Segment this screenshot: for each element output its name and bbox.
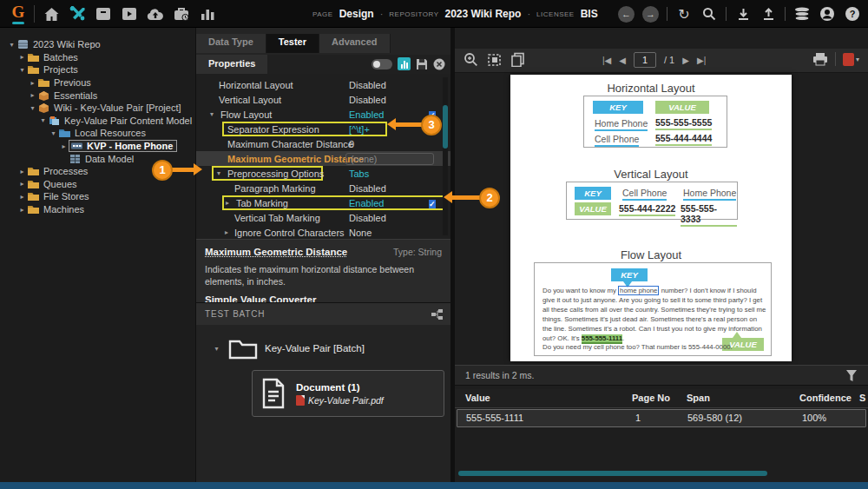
back-icon[interactable]: ← [618, 6, 635, 23]
property-row[interactable]: Paragraph Marking Disabled [196, 181, 450, 195]
cloud-upload-icon[interactable] [146, 4, 165, 23]
print-icon[interactable] [812, 52, 828, 66]
batches-icon[interactable] [94, 4, 113, 23]
refresh-icon[interactable]: ↻ [675, 5, 693, 23]
tree-item-previous[interactable]: ▸ Previous [0, 76, 195, 89]
checkbox-checked[interactable]: ✓ [429, 200, 436, 208]
folder-icon [27, 64, 40, 75]
help-icon[interactable]: ? [844, 5, 861, 23]
expander-icon[interactable]: ▸ [28, 79, 37, 87]
property-row[interactable]: ▾ Flow Layout Enabled ✓ [196, 107, 450, 122]
tree-item-batches[interactable]: ▸ Batches [0, 51, 195, 64]
description-title: Maximum Geometric Distance [205, 247, 347, 257]
callout-2: 2 [479, 188, 500, 208]
licensee-value[interactable]: BIS [581, 8, 598, 20]
scrollbar-thumb[interactable] [443, 105, 448, 149]
tree-item-essentials[interactable]: ▸ Essentials [0, 89, 195, 102]
property-row[interactable]: Vertical Tab Marking Disabled [196, 210, 450, 225]
doc-section-title: Horizontal Layout [510, 82, 792, 95]
expander-icon[interactable]: ▸ [17, 53, 27, 61]
expander-icon[interactable]: ▾ [7, 41, 16, 49]
export-pdf-button[interactable]: ▾ [843, 53, 859, 66]
page-value[interactable]: Design [339, 8, 374, 20]
tree-item-local-resources[interactable]: ▾ Local Resources [0, 127, 195, 140]
select-region-icon[interactable] [487, 53, 502, 67]
home-icon[interactable] [42, 4, 61, 23]
folder-icon [27, 166, 40, 176]
document-card[interactable]: Document (1) Key-Value Pair.pdf [252, 370, 444, 417]
tab-tester[interactable]: Tester [266, 34, 319, 53]
forward-icon[interactable]: → [642, 6, 659, 23]
licensee-label: LICENSEE [536, 10, 575, 18]
import-icon[interactable] [734, 5, 752, 23]
expander-icon[interactable]: ▾ [28, 104, 37, 112]
divider [667, 7, 667, 21]
expander-icon[interactable]: ▾ [217, 169, 220, 177]
expander-icon[interactable]: ▸ [28, 91, 37, 99]
horizontal-scrollbar-thumb[interactable] [458, 471, 767, 476]
expander-icon[interactable]: ▸ [17, 206, 27, 214]
expander-icon[interactable]: ▸ [17, 168, 27, 175]
thumbnails-icon[interactable] [510, 52, 525, 67]
jobs-briefcase-icon[interactable] [172, 4, 191, 23]
property-row-preprocessing-options[interactable]: ▾ Preprocessing Options Tabs [196, 166, 450, 181]
tree-item-file-stores[interactable]: ▸ File Stores [0, 190, 195, 203]
next-page-icon[interactable]: ▶ [682, 56, 689, 65]
prev-page-icon[interactable]: ◀ [619, 56, 626, 65]
pdf-icon [843, 53, 854, 66]
property-row[interactable]: Horizontal Layout Disabled [196, 77, 450, 92]
first-page-icon[interactable]: |◀ [602, 56, 611, 65]
tester-chart-icon[interactable] [398, 57, 411, 70]
search-icon[interactable] [700, 5, 718, 23]
expander-icon[interactable]: ▾ [38, 116, 48, 124]
scrollbar-track[interactable] [443, 77, 448, 235]
user-icon[interactable] [819, 5, 836, 23]
expander-icon[interactable]: ▸ [226, 199, 229, 207]
export-icon[interactable] [760, 5, 777, 23]
tree-item-projects[interactable]: ▾ Projects [0, 63, 195, 76]
expander-icon[interactable]: ▸ [17, 193, 27, 201]
toggle-icon[interactable] [372, 59, 392, 69]
property-row[interactable]: Maximum Character Distance 0 [196, 136, 450, 151]
property-row-tab-marking[interactable]: ▸ Tab Marking Enabled ✓ [196, 195, 450, 210]
expander-icon[interactable]: ▸ [17, 180, 27, 188]
expander-icon[interactable]: ▾ [49, 129, 58, 137]
tree-item-wiki-project[interactable]: ▾ Wiki - Key-Value Pair [Project] [0, 102, 195, 115]
property-row[interactable]: Vertical Layout Disabled [196, 92, 450, 107]
tree-item-machines[interactable]: ▸ Machines [0, 203, 195, 216]
tab-advanced[interactable]: Advanced [319, 34, 391, 53]
status-strip [0, 482, 868, 489]
tree-item-repo[interactable]: ▾ 2023 Wiki Repo [0, 38, 195, 51]
expander-icon[interactable]: ▾ [17, 66, 27, 74]
last-page-icon[interactable]: ▶| [697, 56, 706, 65]
result-row[interactable]: 555-555-1111 1 569-580 (12) 100% [457, 409, 866, 427]
save-icon[interactable] [416, 58, 428, 70]
property-row-max-geometric-distance[interactable]: Maximum Geometric Distance (none) [196, 151, 450, 166]
stats-chart-icon[interactable] [198, 4, 217, 23]
expander-icon[interactable]: ▸ [59, 142, 69, 150]
property-description: Maximum Geometric Distance Type: String … [196, 239, 450, 302]
property-row[interactable]: ▸ Ignore Control Characters None [196, 225, 450, 240]
batch-tree-icon[interactable] [431, 308, 444, 320]
expander-icon[interactable]: ▾ [212, 345, 221, 353]
grooper-design-window: G PAGE Design · REPOSITORY 2023 Wiki Rep… [0, 0, 868, 489]
zoom-icon[interactable] [464, 52, 478, 67]
batch-root-row[interactable]: ▾ Key-Value Pair [Batch] [212, 337, 365, 360]
grooper-logo[interactable]: G [9, 3, 28, 24]
selected-node[interactable]: KVP - Home Phone [69, 140, 177, 152]
value-input[interactable]: (none) [345, 153, 434, 165]
expander-icon[interactable]: ▾ [210, 110, 214, 118]
media-box-icon[interactable] [120, 4, 139, 23]
filter-icon[interactable] [845, 369, 858, 382]
tree-item-kvp-home-phone[interactable]: ▸ KVP - Home Phone [0, 140, 195, 153]
repository-value[interactable]: 2023 Wiki Repo [445, 8, 522, 20]
page-number-input[interactable]: 1 [634, 52, 656, 68]
tree-item-content-model[interactable]: ▾ Key-Value Pair Content Model [0, 115, 195, 128]
tools-icon[interactable] [68, 4, 87, 23]
tab-data-type[interactable]: Data Type [196, 34, 266, 53]
expander-icon[interactable]: ▸ [225, 228, 228, 236]
close-icon[interactable] [433, 58, 445, 70]
callout-2-arrow [451, 195, 481, 200]
repository-stack-icon[interactable] [793, 5, 811, 23]
page-total: / 1 [664, 55, 674, 65]
